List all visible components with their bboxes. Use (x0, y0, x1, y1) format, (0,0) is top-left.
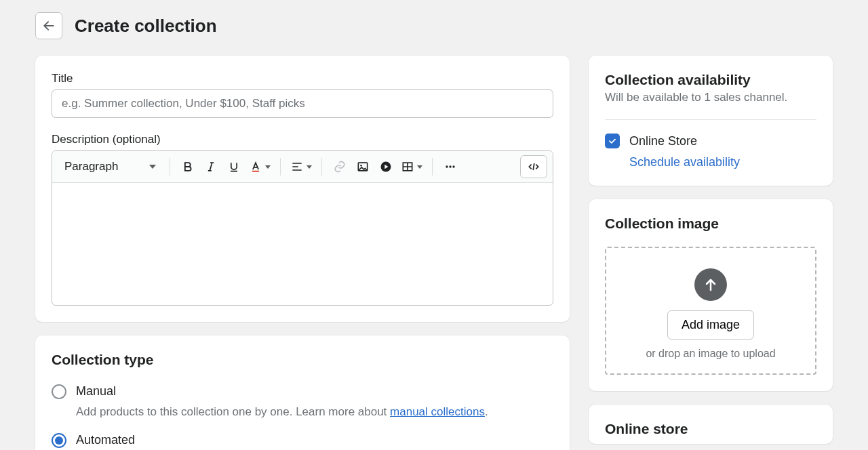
table-button[interactable] (398, 156, 425, 178)
table-icon (401, 160, 414, 173)
underline-icon (227, 160, 241, 173)
chevron-down-icon (417, 165, 422, 169)
chevron-down-icon (307, 165, 312, 169)
availability-card: Collection availability Will be availabl… (589, 56, 833, 186)
collection-type-heading: Collection type (52, 352, 553, 368)
schedule-availability-link[interactable]: Schedule availability (629, 155, 816, 169)
upload-icon-circle (694, 268, 727, 301)
underline-button[interactable] (223, 156, 245, 178)
page-title: Create collection (75, 16, 217, 37)
image-dropzone[interactable]: Add image or drop an image to upload (605, 247, 816, 375)
upload-arrow-icon (703, 277, 719, 293)
link-icon (333, 160, 347, 173)
online-store-checkbox[interactable] (605, 134, 620, 148)
add-image-button[interactable]: Add image (667, 310, 754, 340)
italic-button[interactable] (200, 156, 222, 178)
collection-image-card: Collection image Add image or drop an im… (589, 199, 833, 391)
video-button[interactable] (375, 156, 397, 178)
svg-line-19 (533, 163, 534, 170)
radio-automated[interactable] (52, 433, 66, 448)
online-store-heading: Online store (605, 421, 816, 437)
title-input[interactable] (52, 89, 553, 118)
manual-collections-link[interactable]: manual collections (390, 405, 485, 418)
toolbar-separator (170, 158, 170, 176)
check-icon (608, 136, 617, 146)
toolbar-separator (280, 158, 281, 176)
channel-name: Online Store (629, 134, 697, 148)
radio-manual-label: Manual (76, 384, 116, 398)
collection-image-heading: Collection image (605, 216, 816, 232)
collection-type-card: Collection type Manual Add products to t… (35, 335, 570, 450)
arrow-left-icon (42, 19, 56, 33)
bold-button[interactable] (177, 156, 199, 178)
online-store-card: Online store (589, 405, 833, 444)
divider (605, 119, 816, 120)
page-header: Create collection (35, 12, 833, 39)
image-icon (356, 160, 370, 173)
editor-toolbar: Paragraph (52, 151, 553, 183)
radio-automated-label: Automated (76, 433, 135, 447)
drop-hint: or drop an image to upload (617, 348, 804, 360)
italic-icon (204, 160, 218, 173)
more-horizontal-icon (443, 160, 457, 173)
svg-point-18 (453, 165, 455, 167)
toolbar-separator (432, 158, 433, 176)
title-label: Title (52, 72, 553, 85)
title-description-card: Title Description (optional) Paragraph (35, 56, 570, 322)
availability-heading: Collection availability (605, 72, 816, 88)
radio-manual[interactable] (52, 384, 66, 399)
svg-rect-5 (252, 171, 259, 172)
html-view-button[interactable] (520, 155, 547, 178)
chevron-down-icon (149, 165, 156, 169)
svg-point-16 (446, 165, 448, 167)
image-button[interactable] (352, 156, 374, 178)
text-color-button[interactable] (246, 156, 273, 178)
more-button[interactable] (439, 156, 461, 178)
text-color-icon (249, 160, 262, 173)
chevron-down-icon (265, 165, 271, 169)
toolbar-separator (321, 158, 322, 176)
description-label: Description (optional) (52, 133, 553, 146)
bold-icon (181, 160, 195, 173)
svg-point-17 (450, 165, 452, 167)
svg-line-1 (210, 163, 212, 171)
play-circle-icon (379, 160, 393, 173)
svg-point-10 (361, 165, 363, 167)
format-dropdown[interactable]: Paragraph (58, 156, 163, 178)
code-icon (527, 160, 540, 173)
rich-text-editor: Paragraph (52, 150, 553, 306)
availability-subheading: Will be available to 1 sales channel. (605, 91, 816, 104)
radio-manual-description: Add products to this collection one by o… (76, 403, 553, 421)
description-textarea[interactable] (52, 183, 553, 305)
back-button[interactable] (35, 12, 62, 39)
link-button[interactable] (329, 156, 351, 178)
align-left-icon (290, 160, 304, 173)
align-button[interactable] (288, 156, 315, 178)
format-dropdown-label: Paragraph (64, 160, 118, 173)
